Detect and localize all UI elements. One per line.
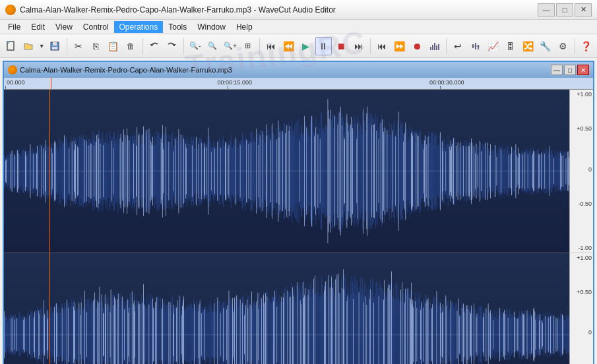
audio-window-controls: — □ ✕ bbox=[551, 65, 589, 75]
undo-button[interactable] bbox=[146, 37, 163, 55]
menu-bar: File Edit View Control Operations Tools … bbox=[0, 20, 597, 34]
loop-back-button[interactable]: ⏮ bbox=[374, 37, 391, 55]
pause-button[interactable]: ⏸ bbox=[315, 37, 332, 55]
audio-maximize-button[interactable]: □ bbox=[564, 65, 576, 75]
svg-rect-13 bbox=[475, 43, 476, 49]
cut-button[interactable]: ✂ bbox=[71, 37, 87, 55]
svg-rect-12 bbox=[472, 44, 474, 48]
normalize-button[interactable]: ↩ bbox=[450, 37, 466, 55]
audio-window-title: Calma-Alan-Walker-Remix-Pedro-Capo-Alan-… bbox=[20, 66, 551, 74]
pitch-button[interactable]: 📈 bbox=[485, 37, 501, 55]
timeline-ruler[interactable]: 00.000 00:00:15.000 00:00:30.000 bbox=[4, 78, 593, 90]
waveform-area[interactable]: +1.00 +0.50 0 -0.50 -1.00 +1.00 +0.50 0 … bbox=[4, 90, 593, 364]
db-label-top-zero: 0 bbox=[588, 166, 592, 173]
window-controls: — □ ✕ bbox=[538, 3, 592, 16]
menu-window[interactable]: Window bbox=[192, 21, 231, 33]
audio-editor-window: Calma-Alan-Walker-Remix-Pedro-Capo-Alan-… bbox=[3, 61, 594, 364]
eq-button[interactable] bbox=[467, 37, 484, 55]
new-button[interactable] bbox=[3, 37, 19, 55]
channel-top bbox=[4, 90, 569, 253]
menu-view[interactable]: View bbox=[50, 21, 78, 33]
db-label-top-max: +1.00 bbox=[577, 91, 592, 98]
title-text: Calma-Alan-Walker-Remix-Pedro-Capo-Alan-… bbox=[20, 5, 538, 15]
minimize-button[interactable]: — bbox=[538, 3, 555, 16]
help-button[interactable]: ❓ bbox=[578, 37, 594, 55]
svg-rect-10 bbox=[438, 44, 439, 50]
settings-button[interactable]: 🔧 bbox=[537, 37, 553, 55]
db-label-top-min: -1.00 bbox=[578, 245, 592, 251]
open-dropdown-button[interactable]: ▼ bbox=[38, 37, 46, 55]
audio-window-icon bbox=[8, 65, 17, 75]
redo-button[interactable] bbox=[164, 37, 180, 55]
menu-control[interactable]: Control bbox=[78, 21, 114, 33]
db-scale-top: +1.00 +0.50 0 -0.50 -1.00 bbox=[570, 90, 593, 253]
audio-close-button[interactable]: ✕ bbox=[577, 65, 589, 75]
menu-edit[interactable]: Edit bbox=[26, 21, 50, 33]
db-label-bot-half: +0.50 bbox=[577, 289, 592, 295]
svg-rect-7 bbox=[432, 45, 433, 50]
main-area: Calma-Alan-Walker-Remix-Pedro-Capo-Alan-… bbox=[0, 58, 597, 364]
menu-file[interactable]: File bbox=[3, 21, 26, 33]
ruler-mark-30: 00:00:30.000 bbox=[428, 78, 464, 86]
open-button[interactable] bbox=[20, 37, 37, 55]
zoom-reset-button[interactable]: 🔍 bbox=[204, 37, 221, 55]
waveform-container bbox=[4, 90, 569, 364]
config-button[interactable]: ⚙ bbox=[555, 37, 571, 55]
record-button[interactable]: ⏺ bbox=[409, 37, 425, 55]
svg-marker-4 bbox=[150, 44, 154, 46]
db-scale-bottom: +1.00 +0.50 0 -0.50 -1.00 bbox=[570, 253, 593, 365]
svg-rect-2 bbox=[53, 42, 57, 46]
db-scale: +1.00 +0.50 0 -0.50 -1.00 +1.00 +0.50 0 … bbox=[569, 90, 593, 364]
audio-title-bar: Calma-Alan-Walker-Remix-Pedro-Capo-Alan-… bbox=[4, 62, 593, 78]
channel-bottom bbox=[4, 253, 569, 364]
menu-help[interactable]: Help bbox=[231, 21, 258, 33]
zoom-in-button[interactable]: 🔍+ bbox=[222, 37, 239, 55]
rewind-button[interactable]: ⏪ bbox=[280, 37, 297, 55]
go-end-button[interactable]: ⏭ bbox=[350, 37, 367, 55]
app-icon bbox=[5, 5, 16, 15]
go-start-button[interactable]: ⏮ bbox=[263, 37, 280, 55]
svg-marker-5 bbox=[172, 44, 176, 46]
play-button[interactable]: ▶ bbox=[298, 37, 315, 55]
ruler-mark-0: 00.000 bbox=[5, 78, 25, 86]
waveform-canvas-top bbox=[4, 90, 569, 253]
db-label-bot-max: +1.00 bbox=[577, 255, 592, 261]
paste-button[interactable]: 📋 bbox=[106, 37, 122, 55]
spectrum-button[interactable] bbox=[426, 37, 443, 55]
fast-forward-button[interactable]: ⏩ bbox=[391, 37, 408, 55]
ruler-mark-15: 00:00:15.000 bbox=[216, 78, 252, 86]
ruler-cursor-line bbox=[51, 78, 51, 89]
db-label-top-neghalf: -0.50 bbox=[578, 200, 592, 207]
zoom-out-button[interactable]: 🔍- bbox=[187, 37, 204, 55]
db-label-top-half: +0.50 bbox=[577, 125, 592, 132]
copy-button[interactable]: ⎘ bbox=[88, 37, 104, 55]
stop-button[interactable]: ⏹ bbox=[333, 37, 350, 55]
menu-tools[interactable]: Tools bbox=[163, 21, 192, 33]
audio-minimize-button[interactable]: — bbox=[551, 65, 563, 75]
title-bar: Calma-Alan-Walker-Remix-Pedro-Capo-Alan-… bbox=[0, 0, 597, 20]
delete-button[interactable]: 🗑 bbox=[123, 37, 139, 55]
maximize-button[interactable]: □ bbox=[556, 3, 573, 16]
svg-rect-8 bbox=[434, 43, 435, 50]
db-label-bot-zero: 0 bbox=[588, 329, 592, 336]
svg-rect-9 bbox=[436, 46, 437, 50]
waveform-canvas-bottom bbox=[4, 253, 569, 364]
menu-operations[interactable]: Operations bbox=[114, 21, 164, 33]
zoom-fit-button[interactable]: ⊞ bbox=[239, 37, 256, 55]
svg-rect-6 bbox=[430, 47, 431, 50]
save-button[interactable] bbox=[47, 37, 63, 55]
shuffle-button[interactable]: 🔀 bbox=[520, 37, 536, 55]
svg-rect-3 bbox=[52, 47, 57, 49]
fx-button[interactable]: 🎛 bbox=[502, 37, 518, 55]
svg-rect-14 bbox=[478, 45, 479, 49]
toolbar: ▼ ✂ ⎘ 📋 🗑 🔍- 🔍 🔍+ ⊞ ⏮ ⏪ ▶ ⏸ ⏹ ⏭ ⏮ ⏩ ⏺ ↩ bbox=[0, 34, 597, 58]
close-button[interactable]: ✕ bbox=[575, 3, 592, 16]
